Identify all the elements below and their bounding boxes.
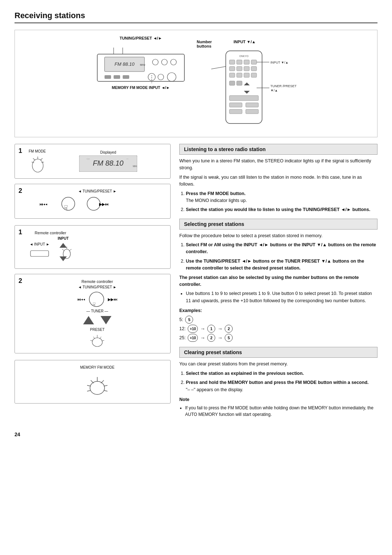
hand-icon-2 — [87, 333, 107, 348]
selecting-section-content: Follow the procedure below to select a p… — [179, 232, 377, 342]
stereo-step2: Select the station you would like to lis… — [186, 206, 377, 213]
step2-remote-inner: Remote controller ◄ TUNING/PRESET ► ⏮◀◀ … — [19, 279, 166, 349]
selecting-step2: Use the TUNING/PRESET ◄/► buttons or the… — [186, 258, 377, 272]
svg-marker-70 — [83, 316, 94, 324]
clearing-section-header: Clearing preset stations — [179, 347, 377, 358]
step1-remote-inner: Remote controller ◄ INPUT ► — [19, 231, 166, 264]
svg-line-66 — [62, 249, 64, 251]
example-2-row: 12: +10 → 1 → 2 — [179, 325, 377, 333]
svg-point-59 — [87, 197, 100, 210]
input-arrows-svg — [54, 241, 72, 263]
svg-rect-37 — [229, 109, 242, 114]
note-title: Note — [179, 396, 377, 403]
clearing-step1-text: Select the station as explained in the p… — [186, 371, 304, 376]
step1-fm-inner: FM MODE Displayed — [19, 149, 166, 174]
svg-point-45 — [32, 159, 43, 172]
tuning-preset-step-label: ◄ TUNING/PRESET ► — [29, 189, 166, 193]
svg-marker-62 — [60, 243, 67, 248]
fm-display: FM 88.10 MHz ·:·:· ··· — [79, 155, 137, 172]
right-column: Listening to a stereo radio station When… — [179, 144, 377, 423]
svg-text:ONKYO: ONKYO — [239, 55, 249, 57]
ex1-num: 5: — [179, 316, 183, 323]
svg-rect-22 — [229, 66, 235, 71]
svg-line-83 — [104, 385, 107, 386]
svg-marker-32 — [244, 82, 250, 85]
svg-text:⏮◀◀: ⏮◀◀ — [39, 202, 48, 206]
step3-memory-inner: MEMORY FM MODE — [19, 365, 166, 398]
preset-label: PRESET — [29, 328, 166, 332]
example-1-row: 5: 5 — [179, 316, 377, 324]
svg-text:MHz: MHz — [133, 165, 137, 167]
ex3-arrow2: → — [217, 334, 222, 342]
svg-line-84 — [87, 390, 91, 391]
ex2-num: 12: — [179, 325, 185, 332]
step2-number: 2 — [19, 187, 22, 195]
rc-label-2: Remote controller — [29, 279, 166, 284]
svg-marker-71 — [101, 316, 111, 324]
tuning-preset-label: TUNING/PRESET ◄/► — [119, 36, 162, 40]
svg-line-81 — [101, 380, 104, 383]
step2-remote-box: 2 Remote controller ◄ TUNING/PRESET ► ⏮◀… — [15, 274, 171, 353]
selecting-section-header: Selecting preset stations — [179, 219, 377, 230]
svg-text:FM  88.10: FM 88.10 — [115, 61, 135, 67]
section2-steps: 1 Remote controller ◄ INPUT ► — [15, 225, 171, 353]
step3-memory-box: MEMORY FM MODE — [15, 360, 171, 404]
top-diagram: TUNING/PRESET ◄/► FM 88.10 MHz MEMORY F — [15, 30, 377, 137]
input-label: INPUT ▼/▲ — [234, 40, 256, 48]
ex3-arrow1: → — [200, 334, 205, 342]
svg-rect-29 — [251, 73, 257, 77]
stereo-step2-text: Select the station you would like to lis… — [186, 207, 370, 212]
svg-marker-33 — [244, 91, 250, 94]
svg-rect-35 — [229, 103, 242, 107]
svg-rect-28 — [244, 73, 249, 77]
stereo-section-content: When you tune in a stereo FM station, th… — [179, 158, 377, 214]
svg-line-67 — [69, 249, 72, 251]
ex2-arrow2: → — [217, 325, 222, 333]
stereo-step1: Press the FM MODE button. The MONO indic… — [186, 190, 377, 204]
stereo-step1-text: Press the FM MODE button. — [186, 191, 246, 196]
svg-line-47 — [33, 158, 35, 160]
ex3-num: 25: — [179, 335, 185, 341]
svg-rect-18 — [229, 60, 235, 64]
stereo-step1-sub: The MONO indicator lights up. — [186, 198, 247, 203]
ex3-btn3: 5 — [225, 334, 233, 342]
svg-point-68 — [89, 292, 104, 307]
hand-memory-svg — [83, 372, 112, 397]
svg-rect-23 — [237, 66, 242, 71]
selecting-step1-text: Select FM or AM using the INPUT ◄/► butt… — [186, 242, 376, 254]
stereo-body2: If the signal is weak, you can still lis… — [179, 174, 377, 188]
example-3-row: 25: +10 → 2 → 5 — [179, 334, 377, 342]
examples-block: Examples: 5: 5 12: +10 → 1 → 2 25: — [179, 307, 377, 342]
tuning-preset-label2: ◄ TUNING/PRESET ► — [29, 285, 166, 289]
note-bullet: If you fail to press the FM MODE button … — [185, 405, 377, 418]
remote-svg: ONKYO — [197, 49, 298, 133]
selecting-step2-text: Use the TUNING/PRESET ◄/► buttons or the… — [186, 259, 364, 271]
svg-point-5 — [162, 59, 167, 65]
svg-text:▼/▲: ▼/▲ — [270, 89, 278, 92]
svg-rect-7 — [105, 75, 111, 79]
svg-point-11 — [158, 74, 164, 80]
svg-line-48 — [40, 158, 42, 160]
svg-marker-63 — [60, 256, 67, 261]
svg-rect-19 — [237, 60, 242, 64]
main-layout: 1 FM MODE Displayed — [15, 144, 377, 423]
page-number: 24 — [15, 432, 377, 437]
svg-text:INPUT ▼/▲: INPUT ▼/▲ — [270, 61, 289, 64]
svg-rect-21 — [251, 60, 257, 64]
rc-label-1: Remote controller — [29, 231, 72, 235]
svg-rect-30 — [229, 81, 235, 85]
svg-rect-61 — [30, 251, 49, 256]
clearing-body: You can clear preset stations from the p… — [179, 361, 377, 368]
svg-text:TUNER /PRESET: TUNER /PRESET — [270, 84, 297, 88]
ex2-btn2: 1 — [207, 325, 215, 333]
svg-rect-34 — [229, 96, 258, 101]
svg-rect-26 — [229, 73, 235, 77]
svg-rect-20 — [244, 60, 249, 64]
displayed-label: Displayed — [50, 150, 166, 154]
svg-text:·:·:·: ·:·:· — [86, 158, 90, 160]
selecting-bullet: Use buttons 1 to 9 to select presets 1 t… — [186, 290, 377, 304]
svg-text:MHz: MHz — [140, 64, 146, 66]
clearing-step2-text: Press and hold the MEMORY button and pre… — [186, 380, 369, 385]
main-unit-svg: FM 88.10 MHz — [94, 43, 188, 87]
memory-fm-input-label: MEMORY FM MODE INPUT ◄/► — [112, 85, 170, 90]
